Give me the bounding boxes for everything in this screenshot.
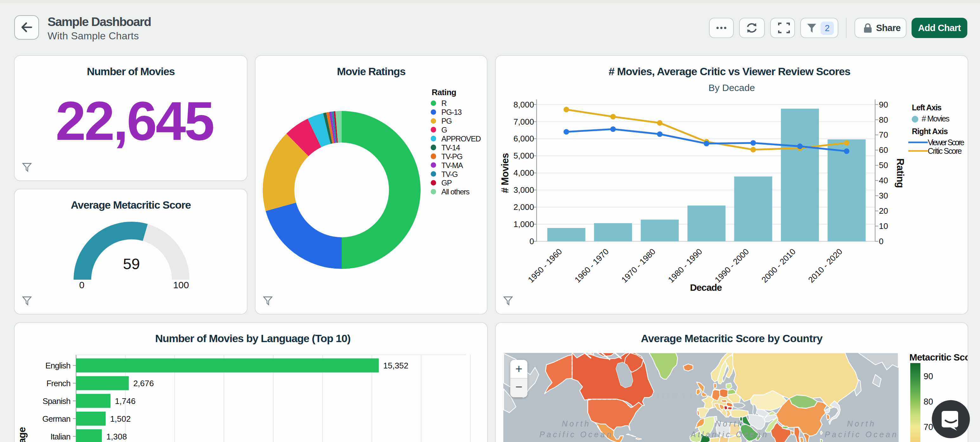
svg-text:Right Axis: Right Axis — [912, 127, 948, 136]
svg-text:Left Axis: Left Axis — [912, 103, 942, 112]
svg-text:0: 0 — [879, 236, 883, 246]
svg-text:4,000: 4,000 — [514, 168, 534, 177]
svg-text:2000 - 2010: 2000 - 2010 — [760, 247, 797, 284]
svg-text:1,746: 1,746 — [115, 396, 136, 406]
svg-text:1980 - 1990: 1980 - 1990 — [666, 247, 704, 284]
svg-text:0: 0 — [530, 236, 534, 246]
svg-text:German: German — [42, 414, 70, 424]
svg-text:Decade: Decade — [690, 282, 722, 293]
svg-text:60: 60 — [879, 145, 888, 155]
svg-text:1990 - 2000: 1990 - 2000 — [713, 247, 751, 284]
svg-text:French: French — [46, 378, 70, 388]
svg-text:2,676: 2,676 — [133, 378, 154, 388]
svg-text:80: 80 — [879, 115, 888, 124]
svg-text:Italian: Italian — [50, 432, 70, 441]
svg-text:2010 - 2020: 2010 - 2020 — [806, 247, 844, 284]
svg-text:North: North — [847, 419, 876, 428]
svg-text:20: 20 — [879, 206, 888, 215]
svg-text:Viewer Score: Viewer Score — [928, 138, 964, 147]
svg-text:1,502: 1,502 — [110, 414, 130, 424]
svg-text:10: 10 — [879, 221, 888, 231]
svg-text:1,000: 1,000 — [514, 219, 534, 229]
svg-text:70: 70 — [879, 130, 888, 139]
svg-text:North: North — [715, 419, 744, 428]
svg-text:Critic Score: Critic Score — [928, 147, 962, 155]
svg-text:3,000: 3,000 — [514, 185, 534, 195]
svg-text:NORTH: NORTH — [652, 391, 699, 401]
svg-text:40: 40 — [879, 176, 888, 185]
svg-text:1960 - 1970: 1960 - 1970 — [573, 247, 611, 284]
svg-text:1950 - 1960: 1950 - 1960 — [526, 247, 564, 284]
svg-text:Pacific Ocean: Pacific Ocean — [825, 430, 898, 439]
svg-text:1970 - 1980: 1970 - 1980 — [619, 247, 657, 284]
svg-text:50: 50 — [879, 160, 888, 170]
svg-text:6,000: 6,000 — [514, 134, 534, 143]
svg-text:North: North — [562, 419, 590, 428]
svg-text:7,000: 7,000 — [514, 117, 534, 126]
svg-text:English: English — [45, 361, 70, 370]
svg-text:5,000: 5,000 — [514, 151, 534, 160]
svg-text:Atlantic Ocean: Atlantic Ocean — [690, 430, 769, 439]
svg-text:90: 90 — [879, 100, 888, 109]
svg-text:Pacific Ocean: Pacific Ocean — [539, 430, 613, 439]
svg-text:# Movies: # Movies — [500, 153, 511, 193]
svg-text:1,308: 1,308 — [106, 432, 127, 441]
svg-text:Rating: Rating — [895, 158, 906, 188]
svg-text:15,352: 15,352 — [383, 361, 409, 370]
svg-text:8,000: 8,000 — [514, 100, 534, 109]
svg-text:Language: Language — [16, 427, 27, 442]
svg-text:2,000: 2,000 — [514, 202, 534, 212]
svg-text:Spanish: Spanish — [43, 396, 70, 406]
svg-text:# Movies: # Movies — [922, 114, 950, 123]
svg-text:30: 30 — [879, 191, 888, 200]
